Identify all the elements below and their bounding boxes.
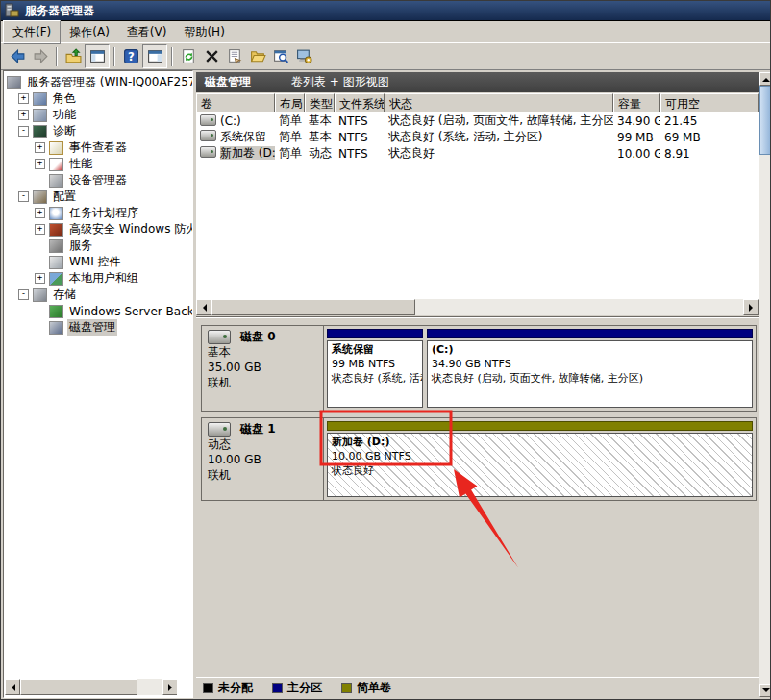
collapse-toggle[interactable]: - xyxy=(18,289,29,300)
menu-view[interactable]: 查看(V) xyxy=(118,21,176,43)
back-button[interactable] xyxy=(6,45,29,67)
action-pane-toggle-button[interactable] xyxy=(142,44,167,68)
tree-horizontal-scrollbar[interactable] xyxy=(5,679,178,695)
volume-list: 卷 布局 类型 文件系统 状态 容量 可用空 (C:) 简单 基本 NTFS 状… xyxy=(196,93,759,299)
tree-item-configuration[interactable]: - 配置 xyxy=(4,188,192,205)
firewall-icon xyxy=(49,223,63,237)
scroll-up-button[interactable] xyxy=(759,72,771,86)
partition-c[interactable]: (C:) 34.90 GB NTFS 状态良好 (启动, 页面文件, 故障转储,… xyxy=(427,329,753,408)
disk-0-info[interactable]: 磁盘 0 基本 35.00 GB 联机 xyxy=(202,326,324,411)
features-icon xyxy=(33,109,47,122)
toolbar-separator xyxy=(171,47,173,66)
up-level-button[interactable] xyxy=(62,45,85,67)
volume-row-new-volume-d[interactable]: 新加卷 (D:) 简单 动态 NTFS 状态良好 10.00 GB 8.91 xyxy=(196,145,759,162)
properties-icon xyxy=(227,48,243,64)
column-header-filesystem[interactable]: 文件系统 xyxy=(335,93,385,112)
volume-row-system-reserved[interactable]: 系统保留 简单 基本 NTFS 状态良好 (系统, 活动, 主分区) 99 MB… xyxy=(196,129,759,145)
console-tree-toggle-button[interactable] xyxy=(85,44,110,68)
legend-primary-partition: 主分区 xyxy=(272,680,322,696)
expand-toggle[interactable]: + xyxy=(35,208,45,218)
manage-button[interactable] xyxy=(292,45,315,67)
tree-item-wmi-control[interactable]: WMI 控件 xyxy=(4,254,192,270)
task-scheduler-icon xyxy=(49,207,63,220)
help-button[interactable]: ? xyxy=(119,45,142,67)
refresh-icon xyxy=(181,48,197,64)
tree-item-server-manager-root[interactable]: 服务器管理器 (WIN-IQ00AF2570 xyxy=(4,74,192,90)
column-header-volume[interactable]: 卷 xyxy=(196,93,275,112)
scroll-left-button[interactable] xyxy=(5,679,20,695)
right-arrow-icon xyxy=(168,684,176,691)
column-header-layout[interactable]: 布局 xyxy=(275,93,305,112)
volume-new-volume-d[interactable]: 新加卷 (D:) 10.00 GB NTFS 状态良好 xyxy=(327,421,753,497)
find-icon xyxy=(273,48,289,64)
column-header-status[interactable]: 状态 xyxy=(385,93,613,112)
disk-1-size: 10.00 GB xyxy=(208,452,317,467)
graphical-view: 磁盘 0 基本 35.00 GB 联机 系统保留 99 MB NTFS 状态良好… xyxy=(196,318,759,676)
tree-item-windows-firewall[interactable]: + 高级安全 Windows 防火墙 xyxy=(4,221,192,238)
column-header-type[interactable]: 类型 xyxy=(305,93,335,112)
open-folder-icon xyxy=(250,48,266,64)
tree-item-disk-management[interactable]: 磁盘管理 xyxy=(4,319,192,336)
menu-file[interactable]: 文件(F) xyxy=(3,20,61,44)
menu-help[interactable]: 帮助(H) xyxy=(175,21,233,43)
delete-button[interactable] xyxy=(200,45,223,67)
scroll-right-button[interactable] xyxy=(743,299,759,315)
scroll-thumb[interactable] xyxy=(759,86,771,155)
pane-vertical-scrollbar[interactable] xyxy=(759,72,771,697)
legend-simple-volume: 简单卷 xyxy=(341,680,391,696)
expand-toggle[interactable]: + xyxy=(18,93,29,104)
tree-item-local-users-groups[interactable]: + 本地用户和组 xyxy=(4,270,192,287)
tree-item-diagnostics[interactable]: - 诊断 xyxy=(4,123,192,139)
disk-0-size: 35.00 GB xyxy=(208,360,317,375)
expand-toggle[interactable]: + xyxy=(35,159,45,169)
scroll-down-button[interactable] xyxy=(759,684,771,697)
scroll-left-button[interactable] xyxy=(196,299,211,315)
open-folder-button[interactable] xyxy=(246,45,269,67)
down-arrow-icon xyxy=(762,688,770,696)
tree-item-windows-server-backup[interactable]: Windows Server Backup xyxy=(4,303,192,319)
volume-list-header: 卷 布局 类型 文件系统 状态 容量 可用空 xyxy=(196,93,759,112)
toolbar-separator xyxy=(113,47,115,66)
scroll-thumb[interactable] xyxy=(211,299,415,315)
tree-item-device-manager[interactable]: 设备管理器 xyxy=(4,172,192,188)
disk-0-row: 磁盘 0 基本 35.00 GB 联机 系统保留 99 MB NTFS 状态良好… xyxy=(201,325,757,412)
disk-icon xyxy=(208,330,231,344)
volume-row-c[interactable]: (C:) 简单 基本 NTFS 状态良好 (启动, 页面文件, 故障转储, 主分… xyxy=(196,112,759,129)
expand-toggle[interactable]: + xyxy=(18,110,29,120)
scroll-right-button[interactable] xyxy=(162,679,178,695)
right-arrow-icon xyxy=(749,304,757,312)
collapse-toggle[interactable]: - xyxy=(18,126,29,137)
collapse-toggle[interactable]: - xyxy=(18,191,29,202)
disk-1-status: 联机 xyxy=(208,467,317,483)
tree-item-storage[interactable]: - 存储 xyxy=(4,287,192,303)
volume-list-horizontal-scrollbar[interactable] xyxy=(196,299,759,315)
menu-action[interactable]: 操作(A) xyxy=(61,21,118,43)
primary-partition-bar xyxy=(427,329,753,338)
tree-item-features[interactable]: + 功能 xyxy=(4,107,192,123)
partition-system-reserved[interactable]: 系统保留 99 MB NTFS 状态良好 (系统, 活动, xyxy=(327,329,423,408)
disk-management-icon xyxy=(49,321,63,335)
find-button[interactable] xyxy=(269,45,292,67)
refresh-button[interactable] xyxy=(177,45,200,67)
expand-toggle[interactable]: + xyxy=(35,273,45,284)
help-icon: ? xyxy=(123,48,139,64)
tree-item-performance[interactable]: + 性能 xyxy=(4,156,192,172)
performance-icon xyxy=(49,158,63,171)
disk-1-row: 磁盘 1 动态 10.00 GB 联机 新加卷 (D:) 10.00 GB NT… xyxy=(201,417,757,501)
tree-item-services[interactable]: 服务 xyxy=(4,238,192,254)
primary-partition-color-swatch xyxy=(272,683,283,693)
column-header-capacity[interactable]: 容量 xyxy=(613,93,660,112)
disk-0-status: 联机 xyxy=(208,375,317,390)
tree-item-task-scheduler[interactable]: + 任务计划程序 xyxy=(4,205,192,221)
tree-item-roles[interactable]: + 角色 xyxy=(4,90,192,107)
expand-toggle[interactable]: + xyxy=(35,224,45,235)
title-bar: 服务器管理器 xyxy=(1,1,770,21)
properties-button[interactable] xyxy=(223,45,246,67)
expand-toggle[interactable]: + xyxy=(35,142,45,153)
column-header-free-space[interactable]: 可用空 xyxy=(660,93,759,112)
tree-item-event-viewer[interactable]: + 事件查看器 xyxy=(4,139,192,156)
scroll-thumb[interactable] xyxy=(20,679,137,695)
disk-1-info[interactable]: 磁盘 1 动态 10.00 GB 联机 xyxy=(202,418,324,500)
menu-bar: 文件(F) 操作(A) 查看(V) 帮助(H) xyxy=(1,21,770,43)
forward-button[interactable] xyxy=(29,45,52,67)
